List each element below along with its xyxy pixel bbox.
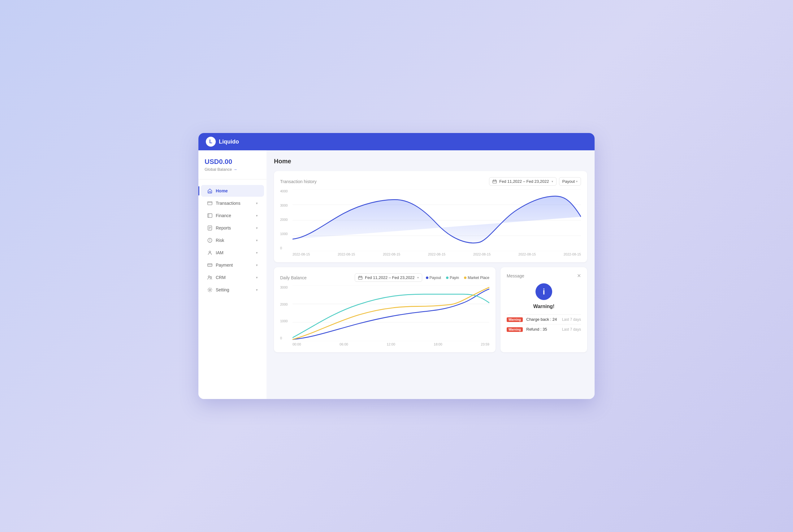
legend-payin: Payin (446, 276, 459, 280)
legend-marketplace: Market Place (464, 276, 490, 280)
main-content: Home Transaction history Fed 1 (266, 150, 595, 399)
transaction-y-labels: 4000 3000 2000 1000 0 (280, 189, 288, 250)
warning-badge: Warning (507, 327, 523, 332)
calendar-icon (358, 276, 363, 280)
transaction-date-range: Fed 11,2022 – Fed 23,2022 (499, 179, 549, 184)
svg-point-9 (209, 241, 210, 242)
daily-balance-x-labels: 00:00 06:00 12:00 18:00 23:59 (293, 341, 490, 346)
transaction-filter-dropdown[interactable]: Payout ▾ (559, 177, 581, 186)
chevron-down-icon: ▾ (256, 288, 258, 292)
chevron-down-icon: ▾ (256, 214, 258, 218)
transaction-history-card: Transaction history Fed 11,2022 – Fed 23… (274, 171, 587, 262)
transaction-date-filter[interactable]: Fed 11,2022 – Fed 23,2022 ▾ (489, 177, 556, 186)
message-title: Message (507, 273, 524, 278)
daily-balance-date-filter[interactable]: Fed 11,2022 – Fed 23,2022 ▾ (355, 273, 422, 282)
iam-icon (207, 250, 213, 255)
svg-rect-0 (208, 202, 212, 205)
transaction-svg (293, 189, 581, 251)
sidebar-item-reports[interactable]: Reports ▾ (201, 222, 264, 234)
page-title: Home (274, 158, 587, 165)
svg-rect-25 (358, 276, 362, 279)
calendar-icon (493, 179, 497, 184)
logo-letter: L (209, 139, 212, 145)
svg-rect-2 (208, 214, 212, 218)
sidebar-item-payment[interactable]: Payment ▾ (201, 259, 264, 271)
home-icon (207, 188, 213, 194)
svg-point-15 (209, 289, 210, 290)
svg-point-13 (208, 276, 210, 278)
warning-item-refund: Warning Refund : 35 Last 7 days (507, 324, 581, 334)
transaction-history-header: Transaction history Fed 11,2022 – Fed 23… (280, 177, 581, 186)
chevron-down-icon: ▾ (256, 239, 258, 243)
balance-amount: USD0.00 (205, 158, 260, 166)
reports-icon (207, 225, 213, 231)
bottom-row: Daily Balance Fed 11,2022 – Fed 23,2022 (274, 267, 587, 357)
sidebar-item-iam[interactable]: IAM ▾ (201, 247, 264, 259)
daily-balance-title: Daily Balance (280, 275, 307, 280)
sidebar-item-transactions[interactable]: Transactions ▾ (201, 197, 264, 209)
sidebar-item-home[interactable]: Home (201, 185, 264, 197)
transaction-x-labels: 2022-08-15 2022-08-15 2022-08-15 2022-08… (293, 251, 581, 256)
sidebar-item-label-home: Home (216, 188, 228, 193)
svg-point-14 (210, 277, 212, 278)
transaction-history-title: Transaction history (280, 179, 317, 184)
sidebar-item-label-reports: Reports (216, 226, 231, 230)
sidebar-item-label-iam: IAM (216, 250, 223, 255)
sidebar-item-label-setting: Setting (216, 287, 229, 292)
sidebar-item-label-finance: Finance (216, 213, 231, 218)
chargeback-days: Last 7 days (562, 317, 581, 322)
logo-circle: L (206, 137, 216, 147)
close-button[interactable]: ✕ (577, 273, 581, 278)
balance-section: USD0.00 Global Balance → (198, 158, 266, 179)
crm-icon (207, 275, 213, 280)
daily-balance-chart (293, 285, 490, 341)
sidebar-item-label-payment: Payment (216, 263, 233, 268)
chevron-down-icon: ▾ (256, 201, 258, 205)
sidebar-item-risk[interactable]: Risk ▾ (201, 234, 264, 246)
svg-rect-11 (208, 264, 212, 267)
sidebar-item-label-transactions: Transactions (216, 201, 240, 206)
balance-label: Global Balance → (205, 167, 260, 172)
sidebar: USD0.00 Global Balance → Home (198, 150, 266, 399)
daily-balance-date-range: Fed 11,2022 – Fed 23,2022 (365, 275, 414, 280)
logo-text: Liquido (219, 138, 239, 145)
chevron-down-icon: ▾ (417, 276, 419, 279)
message-card: Message ✕ i Warning! Warning Charge back… (500, 267, 587, 352)
refund-days: Last 7 days (562, 327, 581, 331)
chevron-down-icon: ▾ (256, 263, 258, 267)
daily-balance-chart-container: 3000 2000 1000 0 (280, 285, 490, 346)
sidebar-item-finance[interactable]: Finance ▾ (201, 210, 264, 222)
transaction-chart-container: 4000 3000 2000 1000 0 (280, 189, 581, 256)
chevron-down-icon: ▾ (576, 180, 577, 183)
risk-icon (207, 238, 213, 243)
daily-balance-legend: Payout Payin Market Place (426, 276, 490, 280)
sidebar-item-setting[interactable]: Setting ▾ (201, 284, 264, 296)
finance-icon (207, 213, 213, 218)
daily-balance-y-labels: 3000 2000 1000 0 (280, 285, 288, 340)
sidebar-item-crm[interactable]: CRM ▾ (201, 271, 264, 283)
daily-balance-header: Daily Balance Fed 11,2022 – Fed 23,2022 (280, 273, 490, 282)
chevron-down-icon: ▾ (256, 226, 258, 230)
transaction-chart (293, 189, 581, 251)
sidebar-item-label-risk: Risk (216, 238, 224, 243)
refund-text: Refund : 35 (526, 327, 547, 331)
balance-arrow-icon[interactable]: → (233, 167, 237, 172)
transactions-icon (207, 201, 213, 206)
transaction-filter-label: Payout (563, 179, 575, 184)
svg-rect-16 (493, 180, 497, 183)
chevron-down-icon: ▾ (552, 180, 553, 183)
setting-icon (207, 287, 213, 292)
daily-balance-card: Daily Balance Fed 11,2022 – Fed 23,2022 (274, 267, 496, 352)
svg-point-10 (209, 251, 210, 253)
chevron-down-icon: ▾ (256, 276, 258, 280)
warning-icon: i (535, 283, 552, 300)
warning-badge: Warning (507, 317, 523, 322)
warning-item-chargeback: Warning Charge back : 24 Last 7 days (507, 314, 581, 324)
message-header: Message ✕ (507, 273, 581, 278)
main-area: USD0.00 Global Balance → Home (198, 150, 595, 399)
top-bar: L Liquido (198, 133, 595, 150)
chevron-down-icon: ▾ (256, 251, 258, 255)
legend-payout: Payout (426, 276, 441, 280)
chargeback-text: Charge back : 24 (526, 317, 557, 322)
payment-icon (207, 262, 213, 268)
